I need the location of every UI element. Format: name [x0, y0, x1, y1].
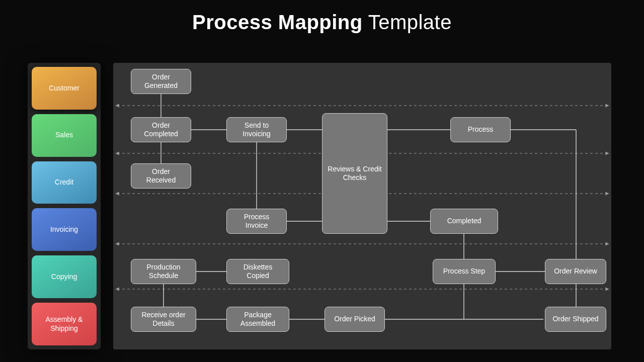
node-order-completed: Order Completed: [131, 117, 191, 142]
node-label: Receive order Details: [136, 311, 191, 328]
node-order-shipped: Order Shipped: [545, 307, 606, 332]
lane-assembly-shipping: Assembly & Shipping: [32, 303, 97, 345]
node-process: Process: [450, 117, 511, 142]
lane-label-text: Assembly & Shipping: [35, 315, 94, 333]
node-receive-order-details: Receive order Details: [131, 307, 196, 332]
title-bold: Process Mapping: [192, 11, 363, 33]
node-label: Process Invoice: [232, 213, 281, 230]
node-label: Production Schedule: [136, 263, 191, 281]
node-label: Send to Invoicing: [232, 121, 281, 139]
lane-invoicing: Invoicing: [32, 208, 97, 251]
node-order-picked: Order Picked: [325, 307, 385, 332]
lane-sales: Sales: [32, 114, 97, 157]
node-completed: Completed: [430, 209, 498, 234]
node-order-generated: Order Generated: [131, 69, 191, 94]
lane-customer: Customer: [32, 67, 97, 110]
node-label: Order Completed: [136, 121, 186, 139]
lane-credit: Credit: [32, 161, 97, 204]
node-label: Process: [468, 125, 494, 134]
node-label: Order Picked: [334, 315, 375, 324]
lane-copying: Copying: [32, 255, 97, 298]
lane-label-text: Invoicing: [50, 225, 78, 234]
node-label: Order Generated: [136, 73, 186, 90]
node-process-invoice: Process Invoice: [226, 209, 287, 234]
lane-label-text: Customer: [49, 84, 79, 93]
node-label: Reviews & Credit Checks: [328, 165, 382, 183]
node-package-assembled: Package Assembled: [226, 307, 289, 332]
node-label: Package Assembled: [232, 311, 284, 328]
node-production-schedule: Production Schedule: [131, 259, 196, 284]
swimlane-legend: Customer Sales Credit Invoicing Copying …: [28, 63, 101, 349]
lane-label-text: Copying: [51, 273, 77, 282]
node-label: Completed: [447, 217, 481, 226]
diagram-canvas: Order Generated Order Completed Send to …: [113, 63, 611, 349]
node-order-received: Order Received: [131, 163, 191, 189]
node-diskettes-copied: Diskettes Copied: [226, 259, 289, 284]
node-label: Order Review: [554, 267, 597, 276]
node-send-to-invoicing: Send to Invoicing: [226, 117, 287, 142]
page-title: Process Mapping Template: [0, 11, 644, 34]
node-label: Diskettes Copied: [232, 263, 284, 281]
node-label: Order Shipped: [552, 315, 598, 324]
node-reviews-credit-checks: Reviews & Credit Checks: [322, 113, 387, 234]
node-label: Process Step: [443, 267, 485, 276]
title-light: Template: [363, 11, 452, 33]
lane-label-text: Sales: [55, 131, 73, 140]
diagram-stage: Process Mapping Template Customer Sales …: [0, 0, 644, 362]
node-process-step: Process Step: [433, 259, 496, 284]
node-label: Order Received: [136, 167, 186, 185]
lane-label-text: Credit: [55, 178, 73, 187]
node-order-review: Order Review: [545, 259, 606, 284]
